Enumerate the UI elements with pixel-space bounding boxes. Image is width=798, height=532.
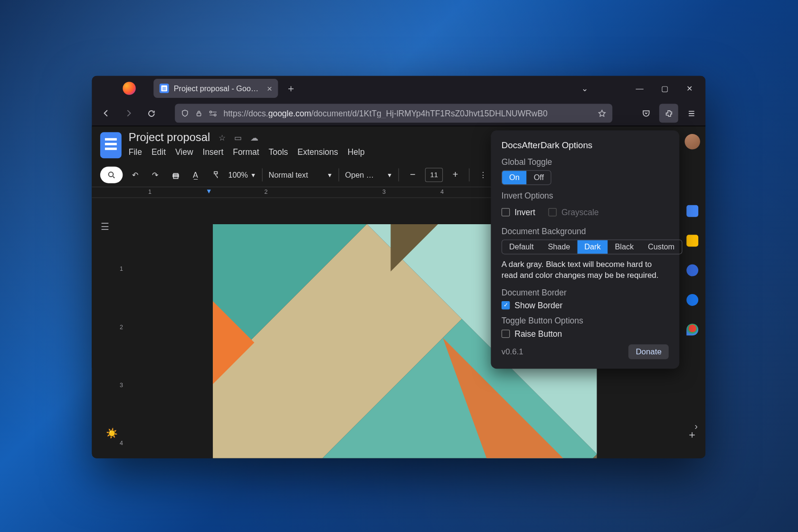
show-border-label: Show Border — [514, 300, 562, 310]
tasks-icon[interactable] — [686, 265, 698, 276]
svg-point-1 — [209, 111, 211, 113]
menu-format[interactable]: Format — [233, 147, 259, 157]
grayscale-checkbox — [548, 208, 556, 216]
maps-icon[interactable] — [686, 323, 698, 335]
section-border: Document Border — [502, 287, 669, 297]
bookmark-star-icon[interactable] — [598, 109, 607, 118]
contacts-icon[interactable] — [686, 294, 698, 306]
forward-button — [119, 104, 138, 123]
extension-popup: DocsAfterDark Options Global Toggle On O… — [491, 131, 679, 369]
section-button: Toggle Button Options — [502, 316, 669, 325]
tabstrip: Project proposal - Google Docs × ＋ ⌄ — ▢… — [92, 76, 705, 101]
tab-title: Project proposal - Google Docs — [174, 84, 262, 93]
invert-label: Invert — [514, 208, 535, 217]
menu-insert[interactable]: Insert — [203, 147, 224, 157]
bg-dark[interactable]: Dark — [577, 240, 608, 254]
browser-window: Project proposal - Google Docs × ＋ ⌄ — ▢… — [92, 76, 705, 458]
move-document-icon[interactable]: ▭ — [234, 133, 242, 142]
back-button[interactable] — [96, 104, 115, 123]
tabs-dropdown-icon[interactable]: ⌄ — [573, 80, 598, 96]
bg-shade[interactable]: Shade — [541, 240, 577, 254]
vertical-ruler[interactable]: 1 2 3 4 — [118, 224, 128, 458]
permissions-icon — [209, 109, 218, 117]
outline-icon[interactable]: ☰ — [101, 221, 109, 233]
app-menu-button[interactable] — [682, 104, 701, 123]
grayscale-checkbox-row: Grayscale — [548, 208, 598, 217]
raise-button-row[interactable]: Raise Button — [502, 329, 669, 338]
decrease-font-button[interactable]: − — [405, 167, 420, 182]
show-border-checkbox[interactable]: ✓ — [502, 301, 510, 309]
hide-side-panel-button[interactable]: › — [694, 421, 698, 431]
extension-version: v0.6.1 — [502, 347, 523, 356]
bg-black[interactable]: Black — [608, 240, 641, 254]
keep-icon[interactable] — [686, 235, 698, 247]
docs-favicon — [160, 84, 169, 93]
global-toggle: On Off — [502, 170, 551, 185]
menu-view[interactable]: View — [175, 147, 193, 157]
menu-bar: File Edit View Insert Format Tools Exten… — [129, 147, 365, 157]
new-tab-button[interactable]: ＋ — [283, 80, 299, 96]
font-dropdown[interactable]: Open …▼ — [345, 171, 393, 180]
font-size-input[interactable]: 11 — [425, 168, 443, 182]
explore-icon[interactable]: ☀️ — [106, 428, 118, 439]
menu-edit[interactable]: Edit — [152, 147, 166, 157]
left-sidebar: ☰ — [92, 214, 118, 458]
zoom-dropdown[interactable]: 100%▼ — [228, 171, 256, 180]
paint-format-button[interactable] — [208, 167, 223, 182]
pocket-icon[interactable] — [636, 104, 656, 123]
raise-button-checkbox[interactable] — [502, 330, 510, 338]
grayscale-label: Grayscale — [561, 208, 599, 217]
minimize-button[interactable]: — — [627, 80, 652, 96]
raise-button-label: Raise Button — [514, 329, 562, 338]
reload-button[interactable] — [142, 104, 161, 123]
calendar-icon[interactable] — [686, 205, 698, 217]
side-panel: ＋ — [679, 131, 705, 458]
account-avatar[interactable] — [684, 134, 700, 149]
menu-file[interactable]: File — [129, 147, 142, 157]
maximize-button[interactable]: ▢ — [652, 80, 677, 96]
url-text: https://docs.google.com/document/d/1KtTg… — [223, 108, 591, 118]
undo-button[interactable]: ↶ — [127, 167, 142, 182]
print-button[interactable] — [168, 167, 183, 182]
section-bg: Document Background — [502, 227, 669, 236]
toggle-on[interactable]: On — [502, 171, 527, 184]
menu-extensions[interactable]: Extensions — [297, 147, 338, 157]
cloud-status-icon[interactable]: ☁ — [250, 133, 258, 142]
svg-point-2 — [214, 114, 216, 115]
lock-icon — [195, 109, 203, 117]
star-document-icon[interactable]: ☆ — [218, 133, 226, 142]
search-menus-button[interactable] — [100, 167, 123, 183]
menu-help[interactable]: Help — [348, 147, 365, 157]
url-bar: https://docs.google.com/document/d/1KtTg… — [92, 101, 705, 126]
close-window-button[interactable]: ✕ — [677, 80, 702, 96]
svg-rect-0 — [197, 113, 201, 115]
bg-default[interactable]: Default — [502, 240, 541, 254]
bg-description: A dark gray. Black text will become hard… — [502, 259, 669, 281]
donate-button[interactable]: Donate — [628, 344, 668, 359]
shield-icon — [181, 109, 189, 117]
docs-logo-icon[interactable] — [100, 132, 122, 158]
bg-custom[interactable]: Custom — [641, 240, 682, 254]
invert-checkbox[interactable] — [502, 208, 510, 216]
extensions-button[interactable] — [659, 104, 678, 123]
firefox-icon — [123, 82, 135, 95]
spellcheck-button[interactable]: A̲ — [188, 167, 203, 182]
menu-tools[interactable]: Tools — [269, 147, 288, 157]
bg-selector: Default Shade Dark Black Custom — [502, 239, 682, 254]
invert-checkbox-row[interactable]: Invert — [502, 208, 535, 217]
more-toolbar-button[interactable]: ⋮ — [475, 167, 491, 182]
toggle-off[interactable]: Off — [527, 171, 551, 184]
address-bar[interactable]: https://docs.google.com/document/d/1KtTg… — [175, 104, 612, 123]
svg-point-3 — [109, 172, 114, 177]
section-global-toggle: Global Toggle — [502, 157, 669, 167]
extension-title: DocsAfterDark Options — [502, 140, 669, 150]
indent-marker-icon[interactable]: ▼ — [206, 187, 212, 194]
increase-font-button[interactable]: + — [447, 167, 463, 182]
document-title[interactable]: Project proposal — [129, 131, 210, 144]
section-invert: Invert Options — [502, 191, 669, 200]
style-dropdown[interactable]: Normal text▼ — [269, 171, 333, 180]
show-border-row[interactable]: ✓ Show Border — [502, 300, 669, 310]
close-tab-icon[interactable]: × — [267, 83, 272, 93]
active-tab[interactable]: Project proposal - Google Docs × — [153, 79, 278, 98]
redo-button[interactable]: ↷ — [148, 167, 163, 182]
